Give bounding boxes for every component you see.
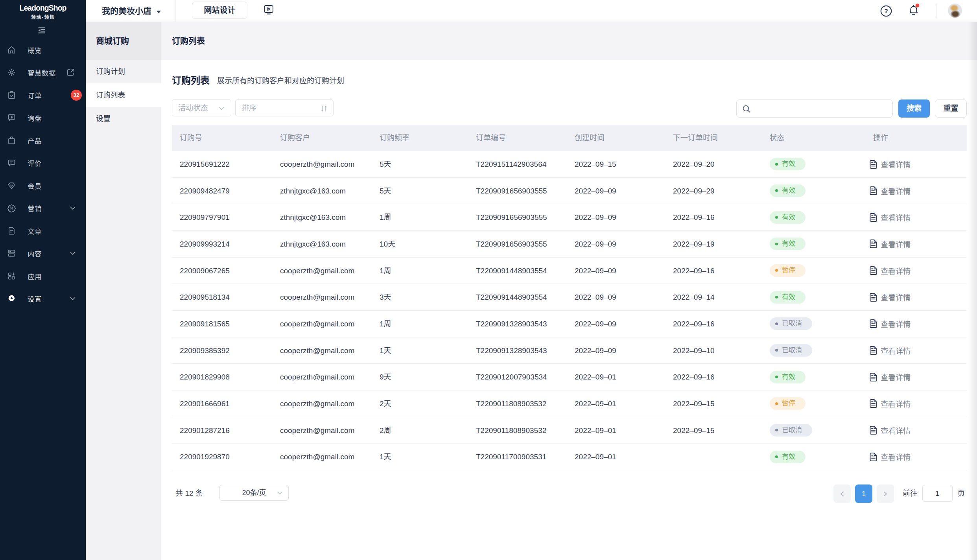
svg-text:?: ? [884,7,888,14]
